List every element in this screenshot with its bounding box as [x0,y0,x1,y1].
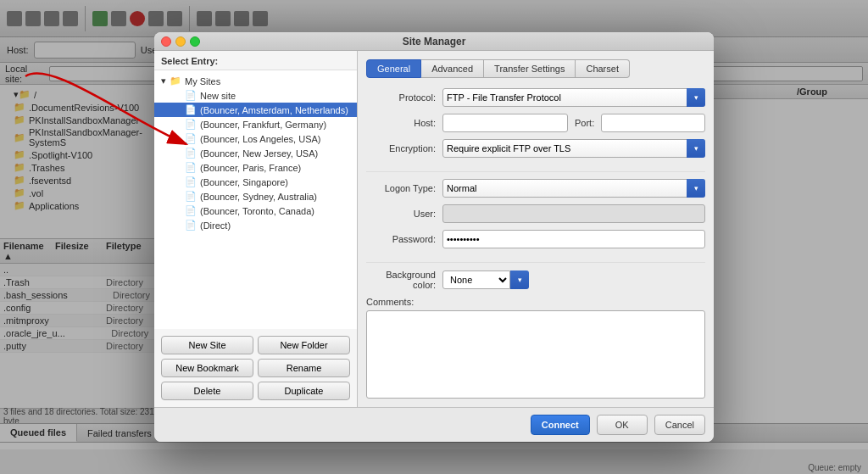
bg-color-select[interactable]: None [442,270,510,289]
site-tree-amsterdam[interactable]: 📄 (Bouncer, Amsterdam, Netherlands) [154,103,357,117]
site-manager-dialog: Site Manager Select Entry: ▾ 📁 My Sites … [154,32,714,442]
file-icon: 📄 [185,90,197,101]
file-icon: 📄 [185,133,197,144]
protocol-row: Protocol: FTP - File Transfer Protocol ▾ [366,88,705,107]
password-field-label: Password: [366,234,442,244]
form-separator-2 [366,262,705,263]
encryption-select[interactable]: Require explicit FTP over TLS [442,139,705,158]
user-row: User: [366,204,705,223]
connect-button[interactable]: Connect [531,415,590,435]
logon-label: Logon Type: [366,183,442,193]
rename-button[interactable]: Rename [258,359,350,377]
new-bookmark-button[interactable]: New Bookmark [161,359,253,377]
site-label: (Bouncer, Sydney, Australia) [200,192,317,202]
user-field[interactable] [442,204,705,223]
file-icon: 📄 [185,205,197,216]
folder-label: My Sites [185,76,220,86]
traffic-lights [161,36,200,47]
bg-color-select-wrapper: None ▾ [442,270,529,289]
new-folder-button[interactable]: New Folder [258,336,350,354]
new-site-button[interactable]: New Site [161,336,253,354]
site-label: (Bouncer, Frankfurt, Germany) [200,120,326,130]
tab-general[interactable]: General [366,59,421,78]
site-tree-frankfurt[interactable]: 📄 (Bouncer, Frankfurt, Germany) [154,117,357,131]
bg-color-label: Background color: [366,270,442,290]
host-port-row: Port: [442,114,705,132]
cancel-button[interactable]: Cancel [654,415,705,435]
site-label: (Bouncer, Los Angeles, USA) [200,134,320,144]
host-field-label: Host: [366,118,442,128]
site-label: (Bouncer, Paris, France) [200,163,301,173]
folder-icon: 📁 [170,75,181,86]
maximize-button[interactable] [190,36,200,47]
site-label: (Bouncer, Toronto, Canada) [200,206,314,216]
site-label: (Bouncer, New Jersey, USA) [200,148,318,159]
password-row: Password: [366,230,705,248]
user-label: User: [366,209,442,219]
file-icon: 📄 [185,191,197,202]
site-tree-singapore[interactable]: 📄 (Bouncer, Singapore) [154,175,357,189]
file-icon: 📄 [185,104,197,115]
site-tree-toronto[interactable]: 📄 (Bouncer, Toronto, Canada) [154,204,357,218]
protocol-select[interactable]: FTP - File Transfer Protocol [442,88,705,107]
close-button[interactable] [161,36,171,47]
site-tree-los-angeles[interactable]: 📄 (Bouncer, Los Angeles, USA) [154,131,357,146]
dialog-right-panel: General Advanced Transfer Settings Chars… [358,51,714,407]
tab-charset[interactable]: Charset [576,59,630,78]
ok-button[interactable]: OK [597,415,648,435]
host-row: Host: Port: [366,114,705,132]
dialog-title: Site Manager [403,36,466,47]
file-icon: 📄 [185,148,197,159]
comments-textarea[interactable] [366,310,705,399]
site-tree-new-site[interactable]: 📄 New site [154,88,357,103]
comments-label: Comments: [366,297,705,307]
site-tree-sydney[interactable]: 📄 (Bouncer, Sydney, Australia) [154,189,357,204]
modal-overlay: Site Manager Select Entry: ▾ 📁 My Sites … [0,0,868,474]
folder-triangle-icon: ▾ [161,75,166,86]
host-field[interactable] [442,114,568,132]
tab-transfer-settings[interactable]: Transfer Settings [484,59,576,78]
minimize-button[interactable] [175,36,186,47]
dialog-footer: Connect OK Cancel [154,407,714,442]
site-tree-my-sites[interactable]: ▾ 📁 My Sites [154,74,357,88]
protocol-select-wrapper: FTP - File Transfer Protocol ▾ [442,88,705,107]
site-tree-direct[interactable]: 📄 (Direct) [154,218,357,232]
file-icon: 📄 [185,162,197,173]
site-label: (Direct) [200,220,231,231]
file-icon: 📄 [185,119,197,130]
dialog-titlebar: Site Manager [154,32,714,51]
delete-button[interactable]: Delete [161,382,253,400]
file-icon: 📄 [185,220,197,231]
new-site-label: New site [200,91,236,101]
duplicate-button[interactable]: Duplicate [258,382,350,400]
protocol-label: Protocol: [366,92,442,103]
bg-color-arrow-icon: ▾ [510,270,529,289]
site-tree-new-jersey[interactable]: 📄 (Bouncer, New Jersey, USA) [154,146,357,160]
dialog-body: Select Entry: ▾ 📁 My Sites 📄 New site [154,51,714,407]
encryption-row: Encryption: Require explicit FTP over TL… [366,139,705,158]
bg-color-row: Background color: None ▾ [366,270,705,290]
logon-select-wrapper: Normal ▾ [442,179,705,198]
site-label: (Bouncer, Singapore) [200,177,288,187]
file-icon: 📄 [185,176,197,187]
port-field-label: Port: [575,118,594,128]
logon-select[interactable]: Normal [442,179,705,198]
password-field[interactable] [442,230,705,248]
dialog-tabs: General Advanced Transfer Settings Chars… [366,59,705,78]
tab-advanced[interactable]: Advanced [421,59,484,78]
site-label: (Bouncer, Amsterdam, Netherlands) [200,105,348,115]
comments-section: Comments: [366,297,705,399]
select-entry-label: Select Entry: [154,51,357,70]
site-tree: ▾ 📁 My Sites 📄 New site 📄 (Bouncer, Amst… [154,70,357,329]
port-field[interactable] [601,114,705,132]
logon-row: Logon Type: Normal ▾ [366,179,705,198]
dialog-action-buttons: New Site New Folder New Bookmark Rename … [154,329,357,407]
encryption-label: Encryption: [366,143,442,153]
site-tree-paris[interactable]: 📄 (Bouncer, Paris, France) [154,160,357,175]
form-separator [366,171,705,172]
dialog-left-panel: Select Entry: ▾ 📁 My Sites 📄 New site [154,51,358,407]
encryption-select-wrapper: Require explicit FTP over TLS ▾ [442,139,705,158]
